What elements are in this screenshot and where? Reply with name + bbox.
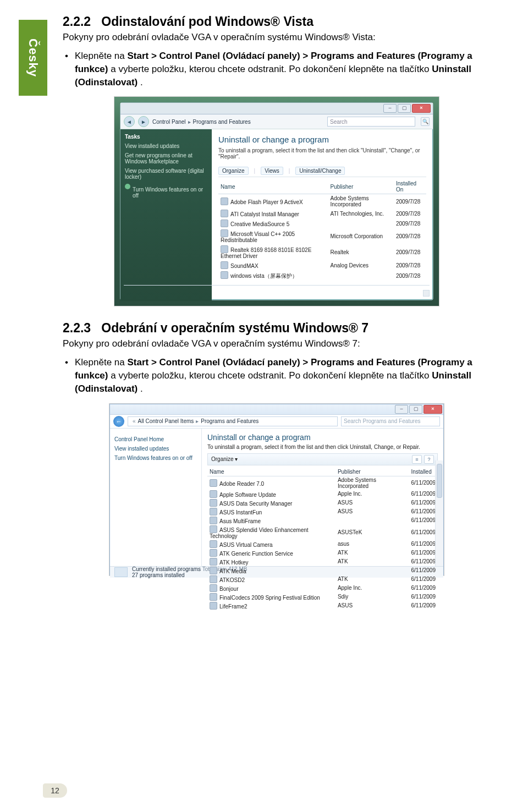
window-titlebar: – ▢ × xyxy=(120,103,433,114)
sidebar-link[interactable]: Get new programs online at Windows Marke… xyxy=(125,152,207,164)
app-icon xyxy=(221,271,228,279)
sidebar-link[interactable]: View purchased software (digital locker) xyxy=(125,168,207,180)
app-icon xyxy=(210,525,217,533)
breadcrumb-bar: ◄ ► Control Panel ▸ Programs and Feature… xyxy=(120,114,433,129)
chevron-icon: ▸ xyxy=(188,119,191,125)
language-tab: Česky xyxy=(19,20,47,96)
page-number: 12 xyxy=(43,783,67,798)
min-button[interactable]: – xyxy=(395,405,408,414)
package-icon xyxy=(114,567,128,577)
min-button[interactable]: – xyxy=(383,104,397,113)
tasks-heading: Tasks xyxy=(125,134,207,140)
search-input[interactable]: Search Programs and Features xyxy=(341,416,440,426)
table-row[interactable]: ASUS Data Security ManagerASUS6/11/2009 xyxy=(207,498,438,507)
table-row[interactable]: ATK HotkeyATK6/11/2009 xyxy=(207,557,438,566)
close-button[interactable]: × xyxy=(412,104,431,113)
app-icon xyxy=(210,575,217,583)
sidebar-link[interactable]: Turn Windows features on or off xyxy=(114,455,197,461)
content-heading: Uninstall or change a program xyxy=(207,433,438,442)
shield-icon xyxy=(125,184,130,189)
app-icon xyxy=(210,558,217,566)
table-row[interactable]: ATK Media6/11/2009 xyxy=(207,566,438,575)
tasks-sidebar: Tasks View installed updates Get new pro… xyxy=(120,129,212,301)
programs-table: Name Publisher Installed On Adobe Flash … xyxy=(218,179,426,281)
table-row[interactable]: LifeFrame2ASUS6/11/2009 xyxy=(207,601,438,610)
app-icon xyxy=(210,567,217,574)
back-icon[interactable]: ◄ xyxy=(124,116,135,127)
app-icon xyxy=(221,197,228,205)
organize-button[interactable]: Organize xyxy=(218,167,249,175)
search-input[interactable]: Search xyxy=(327,117,415,127)
sidebar-link[interactable]: Turn Windows features on or off xyxy=(133,186,207,199)
crumb-2[interactable]: Programs and Features xyxy=(201,418,258,424)
search-icon[interactable]: 🔍 xyxy=(421,117,430,126)
col-name[interactable]: Name xyxy=(218,179,328,194)
sidebar: Control Panel Home View installed update… xyxy=(110,429,202,566)
crumb-2[interactable]: Programs and Features xyxy=(193,119,251,125)
table-row[interactable]: FinalCodecs 2009 Spring Festival Edition… xyxy=(207,592,438,601)
content-heading: Uninstall or change a program xyxy=(218,135,426,144)
app-icon xyxy=(210,540,217,548)
table-row[interactable]: Asus MultiFrame6/11/2009 xyxy=(207,516,438,525)
table-row[interactable]: Adobe Reader 7.0Adobe Systems Incorporat… xyxy=(207,476,438,490)
content-sub: To uninstall a program, select it from t… xyxy=(207,444,438,450)
organize-button[interactable]: Organize ▾ xyxy=(211,456,238,462)
breadcrumb-bar: ← « All Control Panel Items▸ Programs an… xyxy=(110,415,443,429)
programs-table: Name Publisher Installed Adobe Reader 7.… xyxy=(207,468,438,610)
col-installed[interactable]: Installed On xyxy=(394,179,426,194)
table-row[interactable]: Apple Software UpdateApple Inc.6/11/2009 xyxy=(207,490,438,498)
table-row[interactable]: ATK Generic Function ServiceATK6/11/2009 xyxy=(207,548,438,557)
table-row[interactable]: ATKOSD2ATK6/11/2009 xyxy=(207,575,438,584)
table-row[interactable]: SoundMAXAnalog Devices2009/7/28 xyxy=(218,260,426,270)
toolbar: Organize ▾ ≡ ? xyxy=(207,453,438,465)
help-icon[interactable]: ? xyxy=(424,455,434,464)
table-row[interactable]: ASUS InstantFunASUS6/11/2009 xyxy=(207,507,438,516)
screenshot-win7: – ▢ × ← « All Control Panel Items▸ Progr… xyxy=(109,403,444,576)
table-row[interactable]: windows vista（屏幕保护）2009/7/28 xyxy=(218,270,426,281)
table-row[interactable]: Microsoft Visual C++ 2005 Redistributabl… xyxy=(218,228,426,244)
lead-win7: Pokyny pro odebrání ovladače VGA v opera… xyxy=(63,338,491,350)
uninstall-button[interactable]: Uninstall/Change xyxy=(295,167,345,175)
table-row[interactable]: Creative MediaSource 52009/7/28 xyxy=(218,218,426,228)
table-row[interactable]: BonjourApple Inc.6/11/2009 xyxy=(207,584,438,592)
h-scrollbar[interactable] xyxy=(124,285,430,290)
col-publisher[interactable]: Publisher xyxy=(328,179,394,194)
window-titlebar: – ▢ × xyxy=(110,404,443,415)
table-row[interactable]: ATI Catalyst Install ManagerATI Technolo… xyxy=(218,209,426,218)
app-icon xyxy=(221,220,228,227)
status-line-2: 27 programs installed xyxy=(132,572,185,578)
app-icon xyxy=(210,508,217,515)
app-icon xyxy=(221,210,228,217)
app-icon xyxy=(210,479,217,487)
table-row[interactable]: Adobe Flash Player 9 ActiveXAdobe System… xyxy=(218,194,426,209)
views-button[interactable]: Views xyxy=(261,167,283,175)
sidebar-link[interactable]: Control Panel Home xyxy=(114,436,197,442)
crumb-1[interactable]: All Control Panel Items xyxy=(138,418,194,424)
max-button[interactable]: ▢ xyxy=(409,405,422,414)
table-row[interactable]: ASUS Virtual Cameraasus6/11/2009 xyxy=(207,540,438,548)
content-sub: To uninstall a program, select it from t… xyxy=(218,147,426,160)
resize-grip[interactable] xyxy=(423,290,430,297)
app-icon xyxy=(210,490,217,498)
table-row[interactable]: Realtek 8169 8168 8101E 8102E Ethernet D… xyxy=(218,244,426,260)
crumb-1[interactable]: Control Panel xyxy=(152,119,186,125)
table-row[interactable]: ASUS Splendid Video Enhancement Technolo… xyxy=(207,525,438,540)
forward-icon[interactable]: ► xyxy=(138,116,149,127)
app-icon xyxy=(221,245,228,253)
app-icon xyxy=(210,584,217,592)
app-icon xyxy=(210,549,217,557)
col-publisher[interactable]: Publisher xyxy=(336,468,409,476)
sidebar-link[interactable]: View installed updates xyxy=(114,446,197,452)
v-scrollbar[interactable] xyxy=(435,460,443,566)
bullet-vista: Klepněte na Start > Control Panel (Ovlád… xyxy=(63,50,491,89)
language-label: Česky xyxy=(26,39,40,77)
col-name[interactable]: Name xyxy=(207,468,336,476)
close-button[interactable]: × xyxy=(424,405,442,414)
max-button[interactable]: ▢ xyxy=(398,104,411,113)
sidebar-link[interactable]: View installed updates xyxy=(125,143,207,149)
view-icon[interactable]: ≡ xyxy=(412,455,422,464)
app-icon xyxy=(210,602,217,610)
back-icon[interactable]: ← xyxy=(113,416,124,427)
col-installed[interactable]: Installed xyxy=(409,468,438,476)
screenshot-vista: – ▢ × ◄ ► Control Panel ▸ Programs and F… xyxy=(114,96,439,306)
